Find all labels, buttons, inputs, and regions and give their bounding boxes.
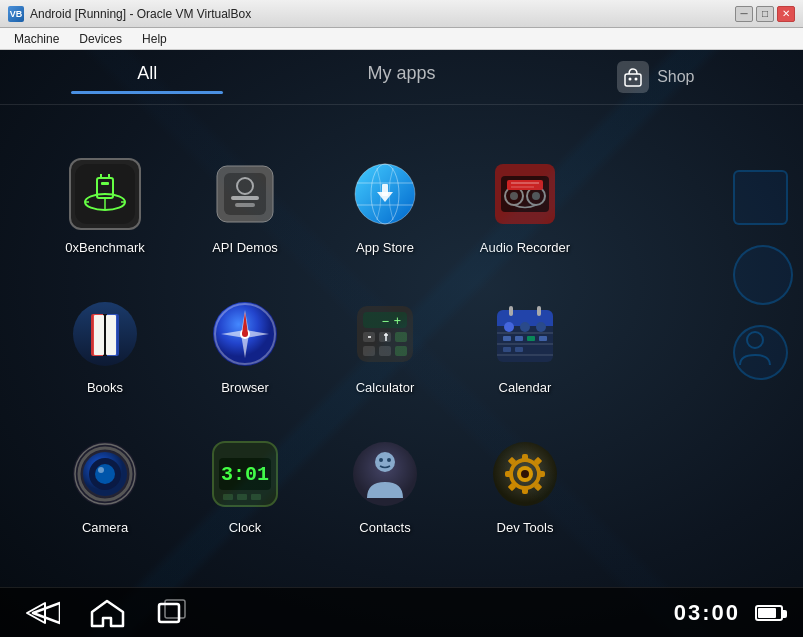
app-dev-tools[interactable]: Dev Tools	[460, 405, 590, 535]
svg-rect-112	[159, 604, 179, 622]
svg-rect-16	[231, 196, 259, 200]
bottom-nav-bar: 03:00	[0, 587, 803, 637]
svg-rect-100	[522, 486, 528, 494]
deco-circle	[733, 245, 793, 305]
app-label-calculator: Calculator	[356, 380, 415, 395]
shop-label: Shop	[657, 68, 694, 86]
recent-apps-button[interactable]	[150, 595, 195, 630]
app-clock[interactable]: 3:01 Clock	[180, 405, 310, 535]
battery-fill	[758, 608, 776, 618]
menu-devices[interactable]: Devices	[69, 30, 132, 48]
app-camera[interactable]: Camera	[40, 405, 170, 535]
svg-rect-56	[363, 346, 375, 356]
app-calendar[interactable]: Calendar	[460, 265, 590, 395]
tab-all[interactable]: All	[20, 63, 274, 92]
app-browser[interactable]: Browser	[180, 265, 310, 395]
svg-point-108	[521, 470, 529, 478]
svg-rect-78	[537, 306, 541, 316]
app-label-app-store: App Store	[356, 240, 414, 255]
tab-myapps[interactable]: My apps	[274, 63, 528, 92]
app-0xbenchmark[interactable]: 0xBenchmark	[40, 125, 170, 255]
status-clock: 03:00	[674, 600, 740, 626]
svg-rect-24	[382, 184, 388, 196]
svg-rect-72	[515, 336, 523, 341]
deco-rect-1	[733, 170, 788, 225]
svg-rect-76	[515, 347, 523, 352]
app-icon-app-store	[345, 154, 425, 234]
svg-rect-99	[522, 454, 528, 462]
window-title: Android [Running] - Oracle VM VirtualBox	[30, 7, 735, 21]
app-icon: VB	[8, 6, 24, 22]
svg-point-47	[242, 331, 248, 337]
svg-rect-90	[237, 494, 247, 500]
menu-bar: Machine Devices Help	[0, 28, 803, 50]
svg-rect-102	[537, 471, 545, 477]
app-api-demos[interactable]: API Demos	[180, 125, 310, 255]
svg-rect-89	[223, 494, 233, 500]
menu-help[interactable]: Help	[132, 30, 177, 48]
app-icon-calculator: + −	[345, 294, 425, 374]
right-decorations	[733, 170, 793, 380]
svg-rect-74	[539, 336, 547, 341]
home-button[interactable]	[85, 595, 130, 630]
svg-rect-75	[503, 347, 511, 352]
app-icon-0xbenchmark	[65, 154, 145, 234]
android-screen: All My apps Shop	[0, 50, 803, 637]
svg-rect-57	[379, 346, 391, 356]
app-icon-camera	[65, 434, 145, 514]
svg-point-93	[375, 452, 395, 472]
svg-rect-55	[395, 332, 407, 342]
svg-point-68	[504, 322, 514, 332]
svg-rect-91	[251, 494, 261, 500]
svg-rect-40	[94, 315, 104, 355]
maximize-button[interactable]: □	[756, 6, 774, 22]
svg-text:−: −	[382, 314, 389, 328]
app-label-audio-recorder: Audio Recorder	[480, 240, 570, 255]
svg-marker-111	[92, 601, 123, 626]
app-contacts[interactable]: Contacts	[320, 405, 450, 535]
svg-text:+: +	[394, 314, 401, 328]
app-icon-browser	[205, 294, 285, 374]
app-calculator[interactable]: + − Calculator	[320, 265, 450, 395]
svg-rect-41	[106, 315, 116, 355]
app-label-contacts: Contacts	[359, 520, 410, 535]
title-bar: VB Android [Running] - Oracle VM Virtual…	[0, 0, 803, 28]
app-icon-audio-recorder	[485, 154, 565, 234]
tab-shop[interactable]: Shop	[529, 61, 783, 93]
back-button[interactable]	[20, 595, 65, 630]
svg-point-94	[379, 458, 383, 462]
svg-rect-101	[505, 471, 513, 477]
app-app-store[interactable]: App Store	[320, 125, 450, 255]
app-label-camera: Camera	[82, 520, 128, 535]
svg-rect-77	[509, 306, 513, 316]
svg-point-28	[510, 192, 518, 200]
svg-rect-17	[235, 203, 255, 207]
svg-point-83	[95, 464, 115, 484]
app-grid: 0xBenchmark API Demos	[0, 105, 803, 555]
shop-icon	[617, 61, 649, 93]
tab-bar: All My apps Shop	[0, 50, 803, 105]
svg-rect-73	[527, 336, 535, 341]
svg-point-3	[635, 78, 638, 81]
app-books[interactable]: Books	[40, 265, 170, 395]
menu-machine[interactable]: Machine	[4, 30, 69, 48]
svg-point-0	[747, 332, 763, 348]
app-label-dev-tools: Dev Tools	[497, 520, 554, 535]
app-label-browser: Browser	[221, 380, 269, 395]
app-label-api-demos: API Demos	[212, 240, 278, 255]
close-button[interactable]: ✕	[777, 6, 795, 22]
battery-icon	[755, 605, 783, 621]
svg-rect-1	[625, 74, 641, 86]
app-label-clock: Clock	[229, 520, 262, 535]
svg-rect-71	[503, 336, 511, 341]
svg-point-70	[536, 322, 546, 332]
svg-rect-58	[395, 346, 407, 356]
app-icon-dev-tools	[485, 434, 565, 514]
svg-marker-109	[33, 603, 60, 623]
app-audio-recorder[interactable]: Audio Recorder	[460, 125, 590, 255]
svg-point-95	[387, 458, 391, 462]
svg-point-69	[520, 322, 530, 332]
svg-point-2	[629, 78, 632, 81]
minimize-button[interactable]: ─	[735, 6, 753, 22]
window-controls: ─ □ ✕	[735, 6, 795, 22]
